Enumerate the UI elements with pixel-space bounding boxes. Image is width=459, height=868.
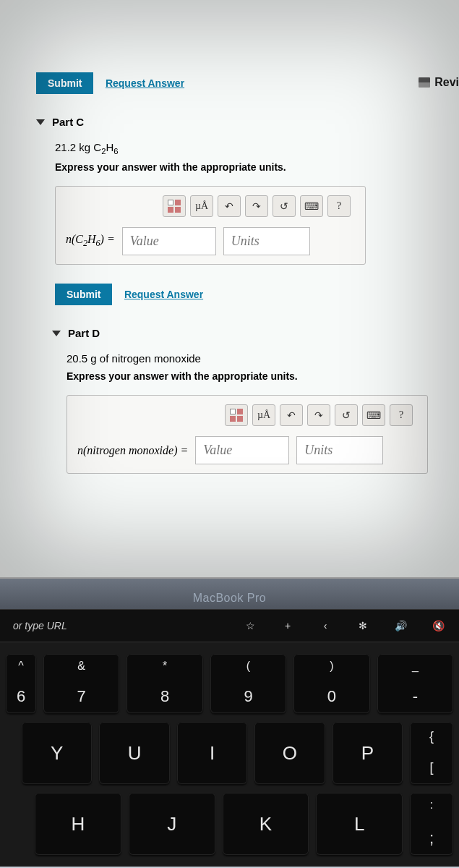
review-label: Revi — [434, 76, 459, 89]
key-0: )0 — [293, 654, 369, 713]
undo-button[interactable]: ↶ — [280, 404, 303, 426]
help-button[interactable]: ? — [390, 404, 413, 426]
key--: _- — [377, 654, 453, 713]
part-c-given: 21.2 kg C2H6 — [55, 141, 453, 156]
keyboard-button[interactable]: ⌨ — [362, 404, 385, 426]
flag-icon — [419, 77, 430, 88]
back-icon[interactable]: ‹ — [317, 620, 333, 631]
part-c-header[interactable]: Part C — [36, 116, 453, 128]
brightness-icon[interactable]: ✻ — [355, 620, 371, 631]
help-button[interactable]: ? — [327, 195, 351, 217]
review-link[interactable]: Revi — [419, 76, 459, 89]
key-U: U — [99, 722, 169, 784]
key-8: *8 — [126, 654, 202, 713]
mute-icon[interactable]: 🔇 — [430, 620, 446, 631]
part-c-units-input[interactable] — [223, 227, 310, 255]
key-P: P — [333, 722, 403, 784]
plus-icon[interactable]: + — [280, 620, 296, 631]
template-button[interactable] — [225, 404, 248, 426]
volume-icon[interactable]: 🔊 — [392, 620, 408, 631]
key-J: J — [129, 793, 215, 855]
reset-button[interactable]: ↺ — [335, 404, 358, 426]
key-semicolon: :; — [410, 793, 453, 855]
part-c-lhs: n(C2H6) = — [66, 233, 115, 249]
redo-button[interactable]: ↷ — [245, 195, 268, 217]
key-H: H — [35, 793, 121, 855]
part-d-answer-box: µÅ ↶ ↷ ↺ ⌨ ? n(nitrogen monoxide) = — [67, 395, 428, 474]
request-answer-link[interactable]: Request Answer — [124, 289, 203, 300]
device-bezel-label: MacBook Pro — [0, 579, 459, 609]
submit-button[interactable]: Submit — [36, 72, 93, 94]
part-d-lhs: n(nitrogen monoxide) = — [77, 444, 188, 457]
caret-down-icon — [52, 331, 61, 336]
part-c-instruction: Express your answer with the appropriate… — [55, 161, 453, 173]
star-icon[interactable]: ☆ — [242, 620, 258, 631]
special-chars-button[interactable]: µÅ — [190, 195, 213, 217]
key-Y: Y — [22, 722, 92, 784]
redo-button[interactable]: ↷ — [307, 404, 330, 426]
request-answer-link[interactable]: Request Answer — [106, 77, 184, 89]
reset-button[interactable]: ↺ — [273, 195, 296, 217]
key-L: L — [316, 793, 403, 855]
special-chars-button[interactable]: µÅ — [252, 404, 275, 426]
part-d-given: 20.5 g of nitrogen monoxide — [67, 352, 453, 365]
key-I: I — [177, 722, 247, 784]
undo-button[interactable]: ↶ — [218, 195, 241, 217]
key-7: &7 — [43, 654, 119, 713]
part-d-title: Part D — [68, 327, 100, 339]
keyboard-button[interactable]: ⌨ — [300, 195, 323, 217]
part-c-value-input[interactable] — [122, 227, 216, 255]
touchbar-url-hint[interactable]: or type URL — [13, 620, 67, 631]
part-d-units-input[interactable] — [296, 436, 383, 464]
part-c-title: Part C — [52, 116, 84, 128]
keyboard: ^6&7*8(9)0_- YUIOP{[ HJKL:; — [0, 642, 459, 867]
part-d-header[interactable]: Part D — [52, 327, 453, 339]
key-O: O — [254, 722, 325, 784]
part-d-instruction: Express your answer with the appropriate… — [67, 370, 453, 382]
submit-button[interactable]: Submit — [55, 284, 112, 305]
key-bracket-left: {[ — [410, 722, 453, 784]
touchbar: or type URL ☆ + ‹ ✻ 🔊 🔇 — [0, 609, 459, 642]
part-c-answer-box: µÅ ↶ ↷ ↺ ⌨ ? n(C2H6) = — [55, 186, 366, 265]
template-button[interactable] — [163, 195, 186, 217]
part-b-submit-row: Submit Request Answer — [36, 72, 453, 94]
key-K: K — [223, 793, 309, 855]
part-c-submit-row: Submit Request Answer — [55, 284, 453, 305]
caret-down-icon — [36, 119, 45, 125]
key-9: (9 — [210, 654, 286, 713]
key-6: ^6 — [6, 654, 36, 713]
part-d-value-input[interactable] — [195, 436, 289, 464]
